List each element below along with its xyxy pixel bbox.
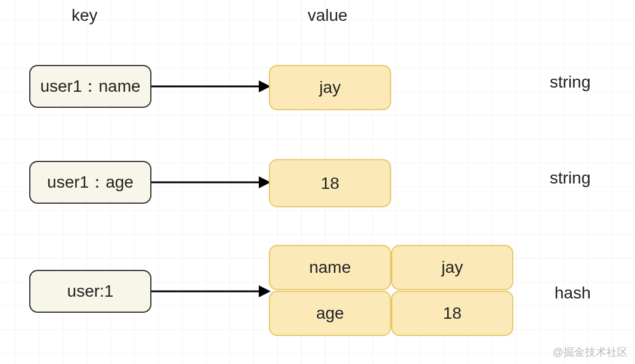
hash-field-age: age (269, 291, 391, 336)
hash-value-text: 18 (443, 304, 461, 323)
hash-value-18: 18 (391, 291, 513, 336)
hash-value-text: jay (442, 258, 463, 277)
value-text: 18 (321, 174, 339, 193)
key-box-user1-name: user1：name (29, 65, 151, 108)
type-label-hash: hash (555, 284, 591, 303)
key-box-user-1: user:1 (29, 270, 151, 313)
hash-field-text: age (316, 304, 344, 323)
header-value: value (308, 6, 348, 25)
arrow-icon (151, 167, 271, 197)
value-box-18: 18 (269, 159, 391, 207)
arrow-icon (151, 71, 271, 101)
key-text: user1：age (47, 171, 134, 194)
type-label-string-1: string (550, 73, 590, 92)
type-label-string-2: string (550, 169, 590, 188)
hash-value-jay: jay (391, 245, 513, 290)
hash-field-text: name (309, 258, 351, 277)
hash-field-name: name (269, 245, 391, 290)
value-text: jay (320, 78, 341, 97)
arrow-icon (151, 276, 271, 306)
key-box-user1-age: user1：age (29, 161, 151, 204)
value-box-jay: jay (269, 65, 391, 110)
watermark: @掘金技术社区 (553, 345, 628, 359)
header-key: key (72, 6, 98, 25)
key-text: user:1 (67, 282, 114, 301)
key-text: user1：name (40, 75, 140, 98)
